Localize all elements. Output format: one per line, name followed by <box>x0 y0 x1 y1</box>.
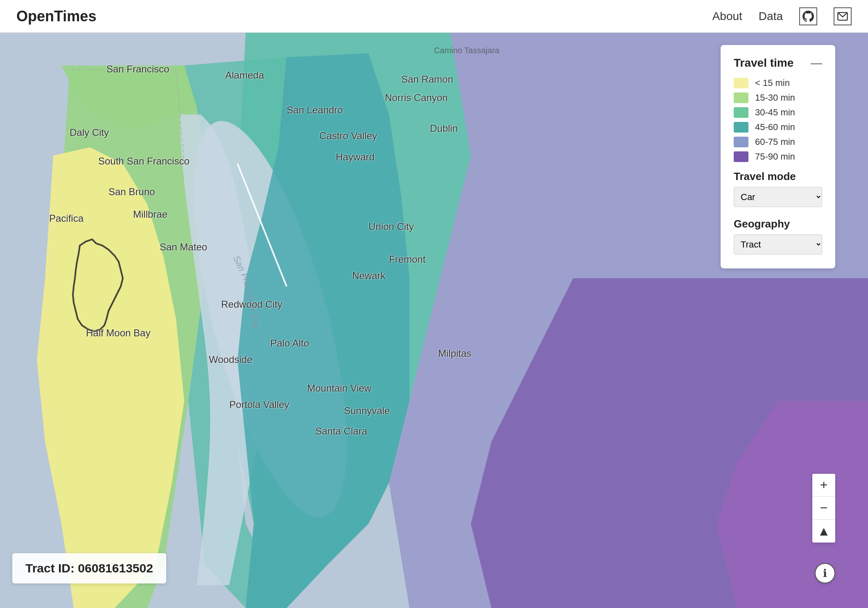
legend-item-label: 75-90 min <box>755 151 795 162</box>
legend-item: 60-75 min <box>734 137 822 147</box>
info-icon: ℹ <box>823 567 827 580</box>
zoom-controls: + − ▲ <box>812 474 835 543</box>
travel-mode-label: Travel mode <box>734 170 822 183</box>
legend-swatch <box>734 107 748 118</box>
legend-item-label: 45-60 min <box>755 122 795 133</box>
legend-panel: Travel time — < 15 min15-30 min30-45 min… <box>721 45 835 268</box>
legend-item: 30-45 min <box>734 107 822 118</box>
svg-text:Camino Tassajara: Camino Tassajara <box>434 46 500 55</box>
zoom-in-button[interactable]: + <box>812 474 835 497</box>
legend-swatch <box>734 92 748 103</box>
about-link[interactable]: About <box>712 10 742 23</box>
legend-item: 45-60 min <box>734 122 822 133</box>
legend-swatch <box>734 151 748 162</box>
travel-mode-select[interactable]: Car Transit Walk Bike <box>734 187 822 207</box>
legend-swatch <box>734 137 748 147</box>
legend-item-label: 60-75 min <box>755 137 795 147</box>
legend-item: 15-30 min <box>734 92 822 103</box>
geography-select[interactable]: Tract County ZIP Code <box>734 234 822 254</box>
legend-title: Travel time <box>734 56 793 70</box>
legend-item: < 15 min <box>734 78 822 88</box>
nav-bar: About Data <box>712 7 852 25</box>
legend-collapse-btn[interactable]: — <box>811 57 822 69</box>
zoom-reset-button[interactable]: ▲ <box>812 520 835 543</box>
info-button[interactable]: ℹ <box>815 563 835 583</box>
legend-item: 75-90 min <box>734 151 822 162</box>
tract-id-badge: Tract ID: 06081613502 <box>12 553 166 583</box>
legend-swatch <box>734 78 748 88</box>
github-icon[interactable] <box>799 7 817 25</box>
header: OpenTimes About Data <box>0 0 868 33</box>
legend-item-label: 30-45 min <box>755 107 795 118</box>
zoom-out-button[interactable]: − <box>812 497 835 520</box>
legend-item-label: < 15 min <box>755 78 790 88</box>
legend-header: Travel time — <box>734 56 822 70</box>
email-icon[interactable] <box>834 7 852 25</box>
legend-items: < 15 min15-30 min30-45 min45-60 min60-75… <box>734 78 822 162</box>
geography-label: Geography <box>734 218 822 230</box>
legend-item-label: 15-30 min <box>755 92 795 103</box>
legend-swatch <box>734 122 748 133</box>
data-link[interactable]: Data <box>759 10 783 23</box>
app-logo: OpenTimes <box>16 8 96 25</box>
